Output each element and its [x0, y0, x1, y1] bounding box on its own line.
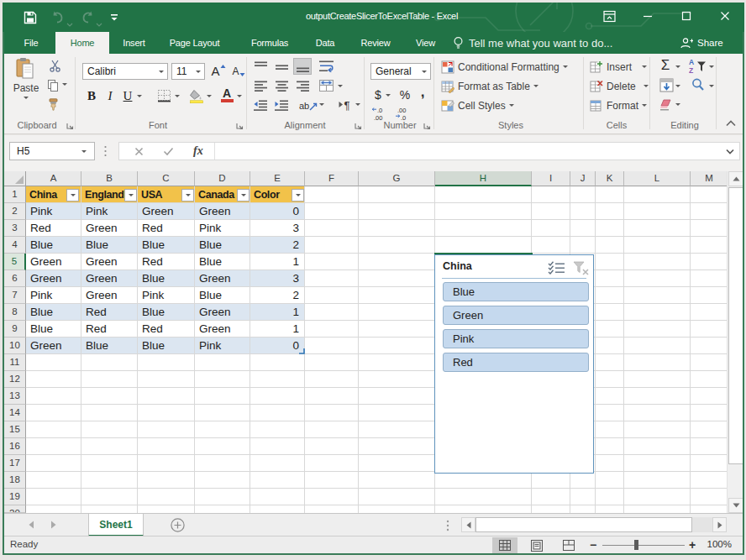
comma-style-button[interactable]: , — [418, 84, 428, 101]
format-painter-button[interactable] — [46, 97, 60, 111]
copy-button[interactable] — [46, 78, 60, 92]
row-header-8[interactable]: 8 — [4, 304, 26, 321]
scroll-right-button[interactable] — [712, 517, 727, 532]
collapse-ribbon-button[interactable] — [725, 119, 737, 129]
row-header-5[interactable]: 5 — [4, 254, 26, 270]
filter-button-color[interactable] — [292, 189, 304, 201]
ribbon-tab-review[interactable]: Review — [354, 32, 397, 54]
orientation-caret[interactable] — [319, 103, 324, 106]
row-header-4[interactable]: 4 — [4, 237, 26, 254]
ribbon-tab-page-layout[interactable]: Page Layout — [167, 32, 222, 54]
slicer-china[interactable]: China BlueGreenPinkRed — [434, 254, 594, 474]
row-header-7[interactable]: 7 — [4, 287, 26, 304]
maximize-button[interactable] — [670, 5, 703, 27]
ribbon-tab-data[interactable]: Data — [307, 32, 344, 54]
column-header-H[interactable]: H — [435, 171, 532, 186]
column-header-F[interactable]: F — [305, 171, 359, 186]
name-box[interactable]: H5 — [9, 142, 95, 160]
insert-function-button[interactable]: fx — [193, 144, 203, 158]
sheet-tab-sheet1[interactable]: Sheet1 — [88, 514, 144, 536]
orientation-button[interactable]: ab — [298, 97, 318, 113]
view-normal-button[interactable] — [492, 537, 517, 553]
insert-cells-button[interactable]: Insert — [590, 58, 647, 76]
ribbon-tab-file[interactable]: File — [13, 32, 50, 54]
slicer-clear-filter-icon[interactable] — [573, 261, 590, 275]
select-all-corner[interactable] — [4, 171, 26, 186]
sheet-nav-prev-icon[interactable] — [28, 521, 34, 529]
percent-style-button[interactable]: % — [397, 86, 412, 103]
find-select-button[interactable] — [690, 77, 707, 92]
share-button[interactable]: Share — [680, 32, 723, 54]
row-header-18[interactable]: 18 — [4, 472, 26, 489]
vertical-scrollbar[interactable] — [727, 171, 744, 513]
sheet-nav-next-icon[interactable] — [50, 521, 57, 529]
increase-font-size-button[interactable]: A — [209, 61, 228, 80]
autosum-button[interactable]: Σ — [658, 57, 673, 74]
find-select-caret[interactable] — [709, 85, 714, 87]
tabbar-resize-dots[interactable] — [446, 520, 449, 531]
underline-menu-caret[interactable] — [137, 95, 142, 97]
clipboard-dialog-launcher[interactable] — [66, 122, 74, 130]
align-top-button[interactable] — [252, 59, 269, 74]
filter-button-usa[interactable] — [181, 189, 194, 201]
decrease-font-size-button[interactable]: A — [230, 63, 247, 80]
cut-button[interactable] — [46, 59, 63, 72]
column-header-E[interactable]: E — [250, 171, 305, 186]
cancel-entry-icon[interactable] — [134, 147, 144, 156]
copy-menu-caret[interactable] — [62, 83, 67, 86]
cell-styles-button[interactable]: Cell Styles — [441, 97, 514, 114]
table-resize-handle[interactable] — [299, 348, 305, 354]
align-bottom-button[interactable] — [294, 59, 311, 74]
ribbon-tab-view[interactable]: View — [407, 32, 444, 54]
merge-center-button[interactable] — [317, 78, 335, 93]
view-page-break-button[interactable] — [556, 537, 581, 553]
increase-decimal-button[interactable]: .0 .00 — [370, 106, 391, 121]
zoom-level[interactable]: 100% — [698, 539, 732, 549]
row-header-10[interactable]: 10 — [4, 338, 26, 354]
delete-cells-button[interactable]: Delete — [590, 77, 649, 95]
fill-button[interactable] — [659, 77, 674, 92]
column-header-A[interactable]: A — [26, 171, 81, 186]
filter-button-canada[interactable] — [237, 189, 250, 201]
column-header-G[interactable]: G — [359, 171, 435, 186]
row-header-9[interactable]: 9 — [4, 321, 26, 338]
text-direction-button[interactable]: ¶ — [337, 97, 355, 113]
zoom-in-button[interactable]: + — [687, 538, 697, 552]
decrease-indent-button[interactable] — [252, 97, 269, 113]
close-button[interactable] — [708, 5, 742, 27]
format-cells-button[interactable]: Format — [590, 97, 647, 114]
column-header-B[interactable]: B — [81, 171, 138, 186]
decrease-decimal-button[interactable]: .00 .0 — [394, 106, 414, 121]
bold-button[interactable]: B — [84, 87, 99, 104]
ribbon-display-options-button[interactable] — [592, 5, 626, 27]
format-as-table-button[interactable]: Format as Table — [441, 77, 538, 95]
sort-filter-caret[interactable] — [709, 65, 714, 68]
ribbon-tab-formulas[interactable]: Formulas — [243, 32, 297, 54]
row-header-11[interactable]: 11 — [4, 354, 26, 371]
zoom-out-button[interactable]: − — [588, 538, 598, 552]
slicer-item-pink[interactable]: Pink — [443, 329, 589, 348]
row-header-16[interactable]: 16 — [4, 438, 26, 455]
font-size-combobox[interactable]: 11 — [171, 63, 205, 80]
column-header-D[interactable]: D — [195, 171, 250, 186]
row-header-2[interactable]: 2 — [4, 203, 26, 220]
accounting-format-button[interactable]: $ — [372, 86, 384, 103]
fill-color-menu-caret[interactable] — [207, 95, 212, 97]
borders-menu-caret[interactable] — [175, 95, 180, 97]
alignment-dialog-launcher[interactable] — [354, 122, 362, 130]
minimize-button[interactable] — [631, 5, 665, 27]
zoom-slider-track[interactable] — [602, 545, 685, 546]
slicer-item-green[interactable]: Green — [443, 306, 589, 325]
align-center-button[interactable] — [273, 78, 290, 93]
font-dialog-launcher[interactable] — [235, 122, 244, 130]
column-header-J[interactable]: J — [570, 171, 596, 186]
row-header-20[interactable]: 20 — [4, 505, 26, 513]
row-header-12[interactable]: 12 — [4, 371, 26, 388]
clear-menu-caret[interactable] — [675, 103, 680, 106]
enter-entry-icon[interactable] — [163, 147, 174, 156]
underline-button[interactable]: U — [121, 87, 134, 104]
paste-button[interactable]: Paste — [9, 56, 43, 117]
slicer-item-red[interactable]: Red — [443, 353, 589, 372]
horizontal-scroll-track[interactable] — [692, 517, 712, 532]
row-header-3[interactable]: 3 — [4, 220, 26, 237]
